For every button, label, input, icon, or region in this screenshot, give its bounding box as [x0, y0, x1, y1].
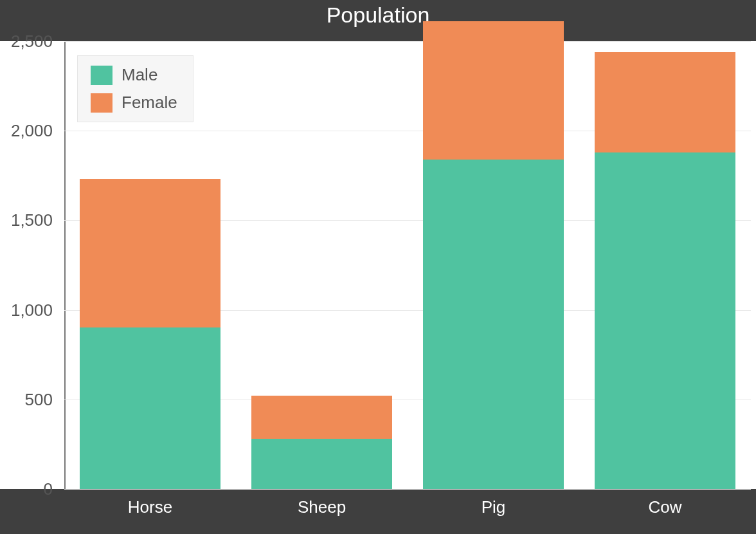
y-tick-label: 2,500	[0, 32, 64, 51]
legend: Male Female	[77, 55, 194, 122]
legend-label-male: Male	[122, 65, 158, 85]
x-tick-label: Cow	[648, 497, 681, 517]
y-tick-label: 1,000	[0, 300, 64, 320]
bar-male	[251, 439, 392, 489]
chart-frame: Population Male Female 05001,0001,5002,0…	[0, 0, 756, 534]
bar-female	[423, 21, 564, 159]
bar-female	[251, 396, 392, 439]
y-tick-label: 2,000	[0, 121, 64, 141]
x-tick-label: Horse	[128, 497, 172, 517]
chart-title: Population	[0, 0, 756, 41]
x-tick-label: Sheep	[298, 497, 346, 517]
grid-line	[64, 489, 751, 490]
bar-female	[80, 179, 221, 327]
legend-swatch-female	[91, 93, 113, 113]
y-tick-label: 1,500	[0, 210, 64, 230]
x-tick-label: Pig	[482, 497, 506, 517]
y-tick-label: 500	[0, 389, 64, 409]
x-axis-band	[0, 489, 756, 534]
bar-male	[80, 327, 221, 489]
legend-item-female: Female	[88, 89, 180, 116]
y-tick-label: 0	[0, 479, 64, 499]
plot-area: Male Female 05001,0001,5002,0002,500Hors…	[64, 41, 751, 489]
legend-label-female: Female	[122, 93, 177, 113]
legend-item-male: Male	[88, 61, 180, 89]
bar-female	[595, 52, 735, 152]
grid-line	[64, 41, 751, 42]
legend-swatch-male	[91, 66, 113, 85]
bar-male	[423, 160, 564, 489]
bar-male	[595, 152, 735, 489]
